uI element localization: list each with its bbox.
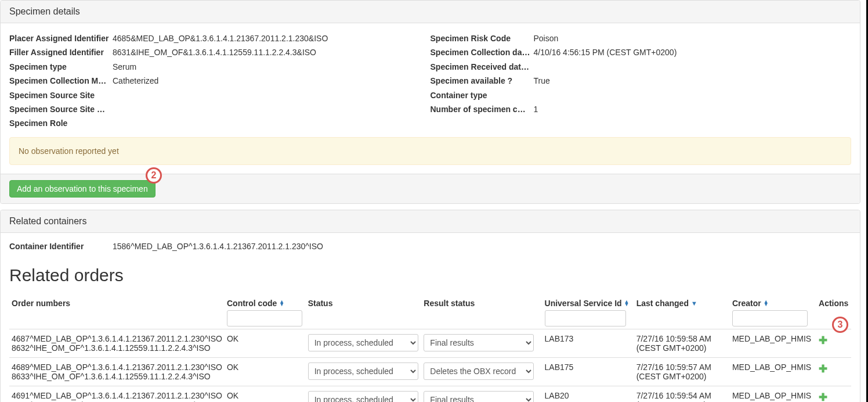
related-containers-panel: Related containers Container Identifier … bbox=[0, 210, 860, 402]
filler-id-value: 8631&IHE_OM_OF&1.3.6.1.4.1.12559.11.1.2.… bbox=[113, 46, 431, 59]
add-action-icon[interactable]: ✚ bbox=[819, 363, 827, 375]
filler-id-label: Filler Assigned Identifier bbox=[9, 46, 113, 59]
col-control-code[interactable]: Control code▲▼ bbox=[225, 294, 306, 329]
received-date-label: Specimen Received dat… bbox=[431, 60, 534, 73]
add-action-icon[interactable]: ✚ bbox=[819, 392, 827, 402]
sort-icon: ▲▼ bbox=[764, 300, 769, 306]
table-row: 4691^MED_LAB_OP^1.3.6.1.4.1.21367.2011.2… bbox=[9, 386, 851, 402]
usid-cell: LAB175 bbox=[542, 357, 634, 386]
usid-cell: LAB20 bbox=[542, 386, 634, 402]
col-result-status[interactable]: Result status bbox=[421, 294, 542, 329]
status-select[interactable]: In process, scheduled bbox=[308, 391, 418, 402]
available-value: True bbox=[534, 74, 852, 87]
no-observation-alert: No observation reported yet bbox=[9, 137, 851, 165]
add-observation-button[interactable]: Add an observation to this specimen bbox=[9, 180, 155, 198]
creator-cell: MED_LAB_OP_HMIS bbox=[730, 386, 816, 402]
status-select[interactable]: In process, scheduled bbox=[308, 362, 418, 380]
specimen-type-label: Specimen type bbox=[9, 60, 113, 73]
last-changed-cell: 7/27/16 10:59:57 AM (CEST GMT+0200) bbox=[634, 357, 730, 386]
container-type-label: Container type bbox=[431, 89, 534, 102]
annotation-marker-3: 3 bbox=[832, 317, 848, 333]
risk-code-label: Specimen Risk Code bbox=[431, 32, 534, 45]
source-site-value bbox=[113, 89, 431, 102]
usid-filter[interactable] bbox=[545, 310, 626, 326]
placer-id-label: Placer Assigned Identifier bbox=[9, 32, 113, 45]
received-date-value bbox=[534, 60, 852, 73]
source-site-label: Specimen Source Site bbox=[9, 89, 113, 102]
control-code-cell: OK bbox=[225, 329, 306, 357]
col-status[interactable]: Status bbox=[306, 294, 422, 329]
collection-date-label: Specimen Collection da… bbox=[431, 46, 534, 59]
add-action-icon[interactable]: ✚ bbox=[819, 335, 827, 346]
status-select[interactable]: In process, scheduled bbox=[308, 334, 418, 351]
sort-icon: ▲▼ bbox=[624, 300, 630, 306]
placer-id-value: 4685&MED_LAB_OP&1.3.6.1.4.1.21367.2011.2… bbox=[113, 32, 431, 45]
num-containers-label: Number of specimen c… bbox=[431, 103, 534, 116]
specimen-details-panel: Specimen details Placer Assigned Identif… bbox=[0, 0, 860, 204]
collection-method-label: Specimen Collection M… bbox=[9, 74, 113, 87]
num-containers-value: 1 bbox=[534, 103, 852, 116]
col-creator[interactable]: Creator▲▼ bbox=[730, 294, 816, 329]
last-changed-cell: 7/27/16 10:59:54 AM (CEST GMT+0200) bbox=[634, 386, 730, 402]
result-status-select[interactable]: Final results bbox=[424, 334, 534, 351]
specimen-details-title: Specimen details bbox=[1, 1, 860, 23]
related-orders-table: Order numbers Control code▲▼ Status Resu… bbox=[9, 294, 851, 402]
source-site-mod-value bbox=[113, 103, 431, 116]
control-code-filter[interactable] bbox=[227, 310, 302, 326]
order-numbers-cell: 4687^MED_LAB_OP^1.3.6.1.4.1.21367.2011.2… bbox=[9, 329, 225, 357]
container-type-value bbox=[534, 89, 852, 102]
last-changed-cell: 7/27/16 10:59:58 AM (CEST GMT+0200) bbox=[634, 329, 730, 357]
creator-cell: MED_LAB_OP_HMIS bbox=[730, 357, 816, 386]
col-last-changed[interactable]: Last changed▼ bbox=[634, 294, 730, 329]
result-status-select[interactable]: Final results bbox=[424, 391, 534, 402]
specimen-type-value: Serum bbox=[113, 60, 431, 73]
related-orders-title: Related orders bbox=[9, 265, 851, 285]
order-numbers-cell: 4691^MED_LAB_OP^1.3.6.1.4.1.21367.2011.2… bbox=[9, 386, 225, 402]
creator-cell: MED_LAB_OP_HMIS bbox=[730, 329, 816, 357]
collection-date-value: 4/10/16 4:56:15 PM (CEST GMT+0200) bbox=[534, 46, 852, 59]
col-usid[interactable]: Universal Service Id▲▼ bbox=[542, 294, 634, 329]
table-row: 4689^MED_LAB_OP^1.3.6.1.4.1.21367.2011.2… bbox=[9, 357, 851, 386]
container-identifier-label: Container Identifier bbox=[9, 242, 113, 251]
usid-cell: LAB173 bbox=[542, 329, 634, 357]
annotation-marker-2: 2 bbox=[146, 167, 162, 184]
related-containers-title: Related containers bbox=[1, 210, 860, 233]
specimen-role-label: Specimen Role bbox=[9, 117, 113, 130]
sort-desc-icon: ▼ bbox=[691, 300, 697, 307]
control-code-cell: OK bbox=[225, 357, 306, 386]
source-site-mod-label: Specimen Source Site … bbox=[9, 103, 113, 116]
order-numbers-cell: 4689^MED_LAB_OP^1.3.6.1.4.1.21367.2011.2… bbox=[9, 357, 225, 386]
result-status-select[interactable]: Deletes the OBX record bbox=[424, 362, 534, 380]
available-label: Specimen available ? bbox=[431, 74, 534, 87]
table-row: 4687^MED_LAB_OP^1.3.6.1.4.1.21367.2011.2… bbox=[9, 329, 851, 357]
collection-method-value: Catheterized bbox=[113, 74, 431, 87]
col-order-numbers[interactable]: Order numbers bbox=[9, 294, 225, 329]
sort-icon: ▲▼ bbox=[279, 300, 284, 306]
specimen-role-value bbox=[113, 117, 431, 130]
container-identifier-value: 1586^MED_LAB_OP^1.3.6.1.4.1.21367.2011.2… bbox=[113, 242, 851, 251]
control-code-cell: OK bbox=[225, 386, 306, 402]
risk-code-value: Poison bbox=[534, 32, 852, 45]
creator-filter[interactable] bbox=[732, 310, 808, 326]
